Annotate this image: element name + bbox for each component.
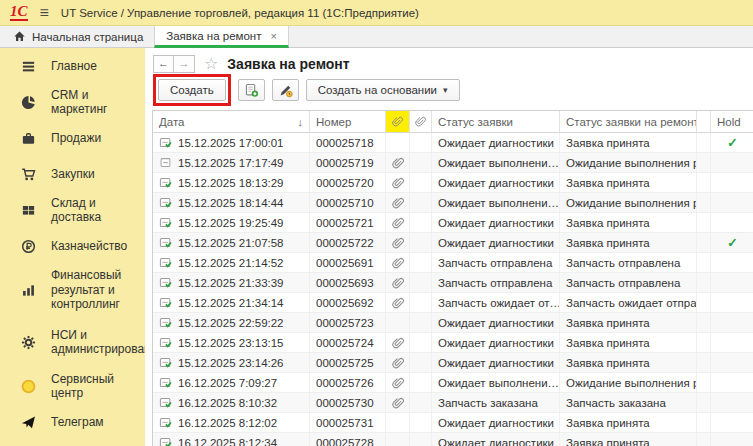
sidebar-item-briefcase[interactable]: Продажи — [0, 120, 145, 156]
cell-spacer — [697, 393, 711, 413]
table-row[interactable]: 15.12.2025 21:33:39000025693Запчасть отп… — [153, 273, 753, 293]
cell-date: 15.12.2025 18:13:29 — [153, 173, 310, 193]
table-row[interactable]: 16.12.2025 7:09:27000025726Ожидает выпол… — [153, 373, 753, 393]
service-circle-icon — [21, 379, 36, 394]
sidebar-item-gear[interactable]: НСИ и администрирование — [0, 316, 145, 368]
paperclip-icon — [391, 115, 404, 128]
cell-hold — [711, 433, 753, 446]
sidebar-item-label: Главное — [51, 59, 145, 73]
table-row[interactable]: 15.12.2025 22:59:22000025723Ожидает диаг… — [153, 313, 753, 333]
cell-client-status: Заявка принята — [560, 353, 697, 373]
cell-attachment-2 — [410, 173, 432, 193]
sidebar-item-label: CRM и маркетинг — [51, 88, 145, 117]
column-header-attachment-highlighted[interactable] — [386, 111, 410, 133]
date-value: 15.12.2025 21:07:58 — [178, 237, 284, 249]
sidebar-item-telegram-plane[interactable]: Телеграм — [0, 404, 145, 440]
cell-date: 15.12.2025 22:59:22 — [153, 313, 310, 333]
sidebar-item-coin[interactable]: Казначейство — [0, 228, 145, 264]
date-value: 16.12.2025 8:12:34 — [178, 437, 277, 446]
cell-client-status: Запчасть заказана — [560, 393, 697, 413]
window-titlebar: 1С ≡ UT Service / Управление торговлей, … — [0, 0, 753, 26]
table-row[interactable]: 15.12.2025 21:34:14000025692Запчасть ожи… — [153, 293, 753, 313]
main-menu-icon[interactable]: ≡ — [40, 4, 49, 22]
cell-hold — [711, 373, 753, 393]
sidebar-item-label: Казначейство — [51, 239, 145, 253]
copy-button[interactable] — [238, 79, 265, 101]
sidebar-item-cart[interactable]: Закупки — [0, 156, 145, 192]
cell-spacer — [697, 213, 711, 233]
tab-home[interactable]: Начальная страница — [2, 26, 154, 47]
cell-attachment — [386, 213, 410, 233]
table-row[interactable]: 15.12.2025 19:25:49000025721Ожидает диаг… — [153, 213, 753, 233]
sidebar-item-service-circle[interactable]: Сервисный центр — [0, 368, 145, 404]
close-tab-icon[interactable]: × — [271, 30, 277, 42]
back-button[interactable]: ← — [153, 55, 174, 73]
sidebar-item-bar-chart[interactable]: Финансовый результат и контроллинг — [0, 264, 145, 316]
sidebar-item-grid[interactable]: Склад и доставка — [0, 192, 145, 228]
table-row[interactable]: 15.12.2025 18:13:29000025720Ожидает диаг… — [153, 173, 753, 193]
column-header-attachment[interactable] — [410, 111, 432, 133]
paperclip-icon — [391, 196, 405, 210]
cell-status: Запчасть отправлена — [432, 273, 560, 293]
column-header-number[interactable]: Номер — [310, 111, 386, 133]
create-button[interactable]: Создать — [158, 79, 226, 101]
cell-number: 000025730 — [310, 393, 386, 413]
cell-date: 15.12.2025 17:00:01 — [153, 133, 310, 153]
column-header-hold[interactable]: Hold — [711, 111, 753, 133]
paperclip-icon — [391, 356, 405, 370]
coin-icon — [21, 239, 36, 254]
cell-spacer — [697, 173, 711, 193]
cell-attachment — [386, 433, 410, 446]
column-header-status[interactable]: Статус заявки — [432, 111, 560, 133]
cell-date: 16.12.2025 8:12:34 — [153, 433, 310, 446]
paperclip-icon — [391, 216, 405, 230]
cell-number: 000025721 — [310, 213, 386, 233]
cell-date: 15.12.2025 21:07:58 — [153, 233, 310, 253]
table-row[interactable]: 15.12.2025 17:17:49000025719Ожидает выпо… — [153, 153, 753, 173]
cell-number: 000025724 — [310, 333, 386, 353]
table-row[interactable]: 16.12.2025 8:12:34000025728Ожидает диагн… — [153, 433, 753, 446]
table-row[interactable]: 15.12.2025 21:07:58000025722Ожидает диаг… — [153, 233, 753, 253]
cell-date: 15.12.2025 21:34:14 — [153, 293, 310, 313]
cell-hold — [711, 353, 753, 373]
table-row[interactable]: 16.12.2025 8:10:32000025730Запчасть зака… — [153, 393, 753, 413]
table-row[interactable]: 15.12.2025 18:14:44000025710Ожидает выпо… — [153, 193, 753, 213]
document-unposted-icon — [159, 156, 173, 170]
column-header-client-status[interactable]: Статус заявки на ремонт для кл… — [560, 111, 697, 133]
hold-check-icon: ✓ — [727, 135, 737, 150]
table-row[interactable]: 15.12.2025 17:00:01000025718Ожидает диаг… — [153, 133, 753, 153]
create-based-on-button[interactable]: Создать на основании ▾ — [306, 79, 460, 101]
tab-bar: Начальная страница Заявка на ремонт × — [0, 26, 753, 48]
date-value: 16.12.2025 7:09:27 — [178, 377, 277, 389]
paperclip-icon — [391, 336, 405, 350]
cell-number: 000025692 — [310, 293, 386, 313]
table-row[interactable]: 15.12.2025 21:14:52000025691Запчасть отп… — [153, 253, 753, 273]
bar-chart-icon — [21, 283, 36, 298]
column-header-date[interactable]: Дата ↓ — [153, 111, 310, 133]
cell-number: 000025718 — [310, 133, 386, 153]
create-based-on-label: Создать на основании — [318, 84, 437, 96]
paperclip-icon — [391, 156, 405, 170]
table-row[interactable]: 15.12.2025 23:13:15000025724Ожидает диаг… — [153, 333, 753, 353]
cell-status: Ожидает выполнени… — [432, 193, 560, 213]
tab-repair-request[interactable]: Заявка на ремонт × — [154, 26, 289, 48]
cell-number: 000025693 — [310, 273, 386, 293]
sidebar-item-list[interactable]: Главное — [0, 48, 145, 84]
cell-spacer — [697, 433, 711, 446]
sidebar-item-label: Склад и доставка — [51, 196, 145, 225]
cell-status: Ожидает диагностики — [432, 233, 560, 253]
table-row[interactable]: 15.12.2025 23:14:26000025725Ожидает диаг… — [153, 353, 753, 373]
document-posted-icon — [159, 216, 173, 230]
forward-button[interactable]: → — [174, 55, 195, 73]
telegram-plane-icon — [21, 415, 36, 430]
sidebar-item-pie[interactable]: CRM и маркетинг — [0, 84, 145, 120]
copy-document-icon — [244, 83, 259, 98]
cell-attachment-2 — [410, 273, 432, 293]
set-period-button[interactable] — [272, 79, 299, 101]
sidebar-item-label: Сервисный центр — [51, 372, 145, 401]
document-posted-icon — [159, 416, 173, 430]
table-row[interactable]: 16.12.2025 8:12:02000025731Ожидает диагн… — [153, 413, 753, 433]
cell-spacer — [697, 333, 711, 353]
cell-hold — [711, 193, 753, 213]
favorite-star-icon[interactable]: ☆ — [204, 54, 218, 73]
